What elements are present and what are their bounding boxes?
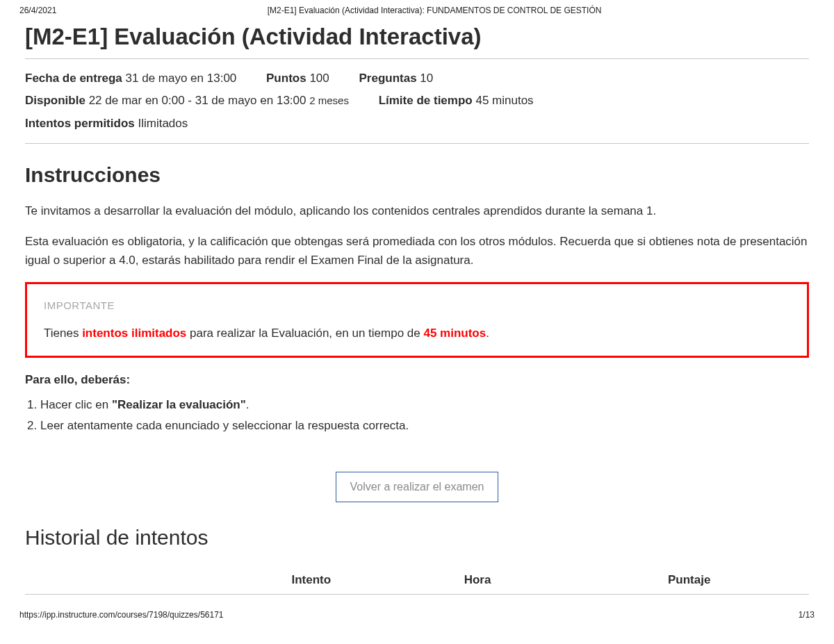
due-date-value: 31 de mayo en 13:00 — [126, 72, 237, 85]
print-url: https://ipp.instructure.com/courses/7198… — [19, 610, 224, 620]
print-doc-title: [M2-E1] Evaluación (Actividad Interactiv… — [56, 6, 812, 15]
history-heading: Historial de intentos — [25, 526, 809, 550]
history-table: Intento Hora Puntaje — [25, 565, 809, 595]
available-label: Disponible — [25, 94, 85, 107]
important-label: IMPORTANTE — [44, 299, 790, 311]
questions-value: 10 — [420, 72, 433, 85]
important-text: Tienes intentos ilimitados para realizar… — [44, 327, 790, 340]
instructions-heading: Instrucciones — [25, 163, 809, 187]
quiz-meta: Fecha de entrega 31 de mayo en 13:00 Pun… — [25, 59, 809, 143]
history-col-puntaje: Puntaje — [668, 573, 809, 587]
time-limit-value: 45 minutos — [475, 94, 533, 107]
attempts-label: Intentos permitidos — [25, 117, 135, 130]
questions-label: Preguntas — [359, 72, 416, 85]
steps-subhead: Para ello, deberás: — [25, 373, 809, 387]
divider — [25, 143, 809, 144]
instructions-paragraph-1: Te invitamos a desarrollar la evaluación… — [25, 202, 809, 220]
attempts-value: Ilimitados — [138, 117, 188, 130]
due-date-label: Fecha de entrega — [25, 72, 122, 85]
important-time: 45 minutos — [423, 327, 486, 340]
steps-list: Hacer clic en "Realizar la evaluación". … — [25, 395, 809, 436]
available-value: 22 de mar en 0:00 - 31 de mayo en 13:00 — [89, 94, 306, 107]
points-label: Puntos — [266, 72, 306, 85]
print-header: 26/4/2021 [M2-E1] Evaluación (Actividad … — [0, 0, 834, 18]
retake-exam-button[interactable]: Volver a realizar el examen — [336, 472, 499, 502]
available-duration: 2 meses — [309, 94, 349, 106]
points-value: 100 — [309, 72, 329, 85]
history-col-hora: Hora — [464, 573, 668, 587]
step-2: Leer atentamente cada enunciado y selecc… — [40, 416, 809, 436]
print-page-number: 1/13 — [799, 610, 815, 620]
print-date: 26/4/2021 — [19, 6, 56, 15]
print-footer: https://ipp.instructure.com/courses/7198… — [0, 600, 834, 627]
time-limit-label: Límite de tiempo — [379, 94, 473, 107]
important-box: IMPORTANTE Tienes intentos ilimitados pa… — [25, 282, 809, 358]
important-attempts: intentos ilimitados — [82, 327, 186, 340]
history-col-intento: Intento — [292, 573, 464, 587]
instructions-paragraph-2: Esta evaluación es obligatoria, y la cal… — [25, 233, 809, 270]
page-title: [M2-E1] Evaluación (Actividad Interactiv… — [25, 24, 809, 50]
step-1: Hacer clic en "Realizar la evaluación". — [40, 395, 809, 415]
